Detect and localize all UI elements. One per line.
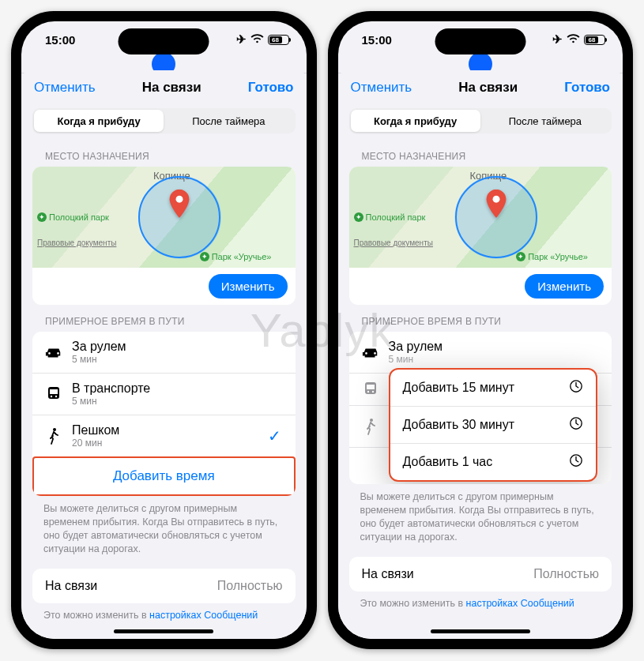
- checkin-value: Полностью: [217, 579, 283, 593]
- travel-subtext: 20 мин: [72, 438, 268, 449]
- map-poi-park2: ✦Парк «Уручье»: [516, 252, 588, 261]
- add-1-hr-option[interactable]: Добавить 1 час: [390, 443, 597, 480]
- checkmark-icon: ✓: [268, 426, 284, 445]
- checkin-label: На связи: [45, 579, 97, 593]
- clock-icon: [569, 453, 583, 471]
- svg-rect-2: [50, 389, 58, 394]
- checkin-value: Полностью: [533, 567, 599, 581]
- change-destination-button[interactable]: Изменить: [209, 274, 288, 299]
- segment-when-arrive[interactable]: Когда я прибуду: [34, 110, 164, 132]
- svg-point-11: [370, 419, 373, 422]
- travel-section-label: ПРИМЕРНОЕ ВРЕМЯ В ПУТИ: [21, 305, 307, 332]
- status-bar: 15:00 ✈︎ 68: [21, 21, 307, 58]
- map-poi-park2: ✦Парк «Уручье»: [200, 252, 272, 261]
- map-legal-link[interactable]: Правовые документы: [354, 238, 433, 247]
- svg-point-4: [55, 396, 57, 397]
- phone-frame-left: 15:00 ✈︎ 68 Отменить На связи Готово Ког…: [11, 11, 317, 649]
- travel-subtext: 5 мин: [72, 354, 284, 365]
- map-poi-park1: ✦Полоцкий парк: [354, 212, 426, 222]
- status-icons: ✈︎ 68: [236, 32, 289, 47]
- add-30-min-option[interactable]: Добавить 30 минут: [390, 406, 597, 443]
- map-footer: Изменить: [32, 268, 296, 305]
- car-icon: [43, 346, 64, 359]
- clock-icon: [569, 379, 583, 396]
- walk-icon: [43, 427, 64, 445]
- travel-label: За рулем: [389, 340, 601, 354]
- add-time-button[interactable]: Добавить время: [32, 456, 296, 496]
- messages-settings-link[interactable]: настройках Сообщений: [149, 610, 258, 621]
- map-preview[interactable]: Копище ✦Полоцкий парк ✦Парк «Уручье» Пра…: [349, 167, 612, 268]
- segment-after-timer[interactable]: После таймера: [480, 110, 610, 132]
- status-time: 15:00: [362, 33, 392, 47]
- modal-header: Отменить На связи Готово: [338, 70, 623, 105]
- change-destination-button[interactable]: Изменить: [525, 274, 604, 299]
- home-indicator[interactable]: [114, 629, 213, 633]
- map-legal-link[interactable]: Правовые документы: [37, 238, 116, 247]
- map-pin-icon: [485, 190, 507, 221]
- cancel-button[interactable]: Отменить: [34, 80, 96, 96]
- phone-frame-right: 15:00 ✈︎ 68 Отменить На связи Готово Ког…: [328, 11, 634, 649]
- add-15-min-option[interactable]: Добавить 15 минут: [390, 370, 597, 406]
- tree-icon: ✦: [200, 252, 209, 261]
- check-in-modal: Отменить На связи Готово Когда я прибуду…: [21, 70, 307, 639]
- battery-icon: 68: [584, 35, 605, 45]
- messages-settings-link[interactable]: настройках Сообщений: [466, 598, 574, 609]
- destination-card: Копище ✦Полоцкий парк ✦Парк «Уручье» Пра…: [32, 167, 296, 305]
- destination-section-label: МЕСТО НАЗНАЧЕНИЯ: [338, 140, 623, 167]
- check-in-modal: Отменить На связи Готово Когда я прибуду…: [338, 70, 623, 639]
- modal-header: Отменить На связи Готово: [21, 70, 307, 105]
- transit-icon: [360, 381, 381, 397]
- segmented-control[interactable]: Когда я прибуду После таймера: [349, 108, 612, 133]
- wifi-icon: [250, 33, 264, 47]
- travel-option-walk[interactable]: Пешком20 мин ✓: [32, 415, 296, 456]
- modal-title: На связи: [458, 80, 518, 96]
- tree-icon: ✦: [354, 212, 363, 222]
- status-icons: ✈︎ 68: [552, 32, 605, 47]
- battery-icon: 68: [268, 35, 289, 45]
- settings-hint: Это можно изменить в настройках Сообщени…: [338, 592, 623, 615]
- menu-label: Добавить 30 минут: [403, 418, 515, 432]
- walk-icon: [360, 418, 381, 435]
- travel-option-drive[interactable]: За рулем5 мин: [349, 332, 612, 373]
- travel-time-list: За рулем5 мин В транспорте5 мин Пешком20…: [32, 332, 296, 496]
- segmented-control[interactable]: Когда я прибуду После таймера: [32, 108, 296, 133]
- travel-subtext: 5 мин: [389, 354, 601, 365]
- destination-section-label: МЕСТО НАЗНАЧЕНИЯ: [21, 140, 307, 167]
- travel-option-drive[interactable]: За рулем5 мин: [32, 332, 296, 373]
- home-indicator[interactable]: [431, 629, 530, 633]
- travel-option-transit[interactable]: В транспорте5 мин: [32, 373, 296, 415]
- add-time-menu: Добавить 15 минут Добавить 30 минут Доба…: [389, 368, 598, 482]
- transit-icon: [43, 386, 64, 402]
- done-button[interactable]: Готово: [564, 80, 610, 96]
- screen: 15:00 ✈︎ 68 Отменить На связи Готово Ког…: [21, 21, 307, 639]
- svg-point-6: [492, 196, 499, 203]
- travel-hint: Вы можете делиться с другом примерным вр…: [21, 496, 307, 556]
- wifi-icon: [567, 33, 580, 47]
- segment-after-timer[interactable]: После таймера: [164, 110, 293, 132]
- checkin-data-row[interactable]: На связи Полностью: [32, 569, 296, 603]
- map-preview[interactable]: Копище ✦Полоцкий парк ✦Парк «Уручье» Пра…: [32, 167, 296, 268]
- menu-label: Добавить 1 час: [403, 455, 493, 469]
- destination-card: Копище ✦Полоцкий парк ✦Парк «Уручье» Пра…: [349, 167, 612, 305]
- airplane-icon: ✈︎: [552, 32, 563, 47]
- map-footer: Изменить: [349, 268, 612, 305]
- map-pin-icon: [168, 190, 190, 221]
- svg-point-5: [53, 428, 56, 431]
- tree-icon: ✦: [37, 212, 47, 222]
- cancel-button[interactable]: Отменить: [351, 80, 412, 96]
- svg-point-0: [176, 196, 183, 203]
- svg-point-10: [371, 391, 373, 392]
- travel-label: В транспорте: [72, 381, 284, 396]
- segment-when-arrive[interactable]: Когда я прибуду: [351, 110, 480, 132]
- screen: 15:00 ✈︎ 68 Отменить На связи Готово Ког…: [338, 21, 623, 639]
- svg-point-9: [367, 391, 368, 392]
- car-icon: [360, 346, 381, 359]
- status-time: 15:00: [45, 33, 75, 47]
- status-bar: 15:00 ✈︎ 68: [338, 21, 623, 58]
- checkin-data-row[interactable]: На связи Полностью: [349, 557, 612, 592]
- svg-point-3: [51, 396, 52, 397]
- done-button[interactable]: Готово: [248, 80, 294, 96]
- menu-label: Добавить 15 минут: [403, 381, 515, 395]
- travel-section-label: ПРИМЕРНОЕ ВРЕМЯ В ПУТИ: [338, 305, 623, 332]
- travel-hint: Вы можете делиться с другом примерным вр…: [338, 484, 623, 544]
